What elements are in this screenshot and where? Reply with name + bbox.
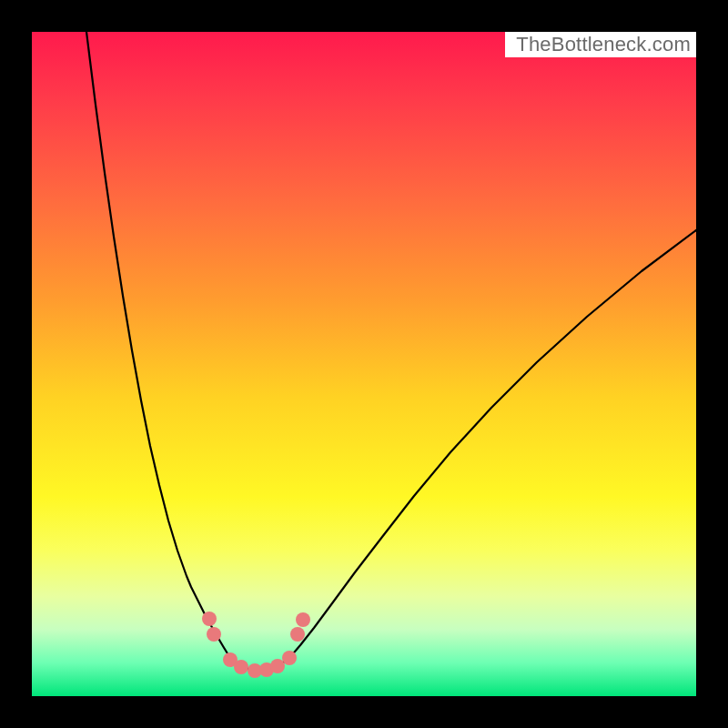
data-marker [282, 651, 297, 665]
curve-layer [32, 32, 696, 696]
data-marker [296, 612, 310, 627]
data-marker [234, 660, 248, 674]
marker-group [202, 612, 310, 678]
data-marker [270, 659, 285, 673]
plot-area: TheBottleneck.com [32, 32, 696, 696]
data-marker [290, 627, 305, 642]
chart-frame: TheBottleneck.com [0, 0, 728, 728]
watermark: TheBottleneck.com [505, 32, 696, 57]
data-marker [207, 627, 221, 642]
data-marker [202, 612, 217, 626]
bottleneck-curve [86, 32, 696, 671]
watermark-text: TheBottleneck.com [516, 33, 691, 56]
